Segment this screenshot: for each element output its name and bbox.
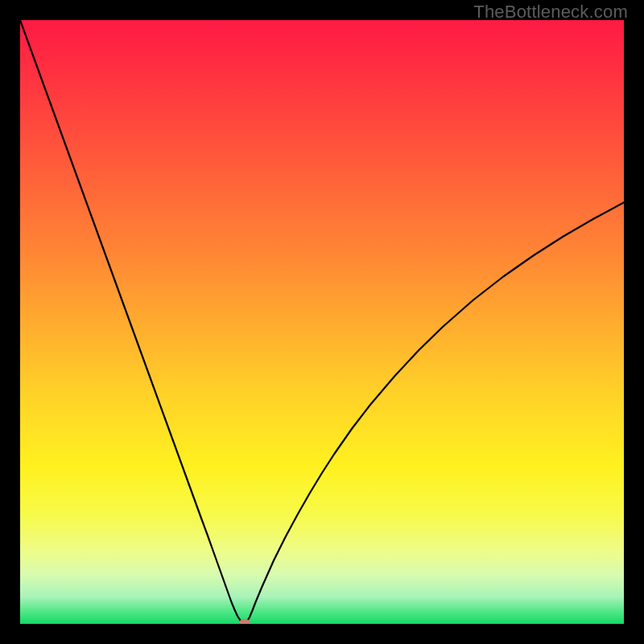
plot-area [20, 20, 624, 624]
plot-svg [20, 20, 624, 624]
chart-frame: TheBottleneck.com [0, 0, 644, 644]
gradient-rect [20, 20, 624, 624]
watermark-label: TheBottleneck.com [473, 2, 628, 23]
